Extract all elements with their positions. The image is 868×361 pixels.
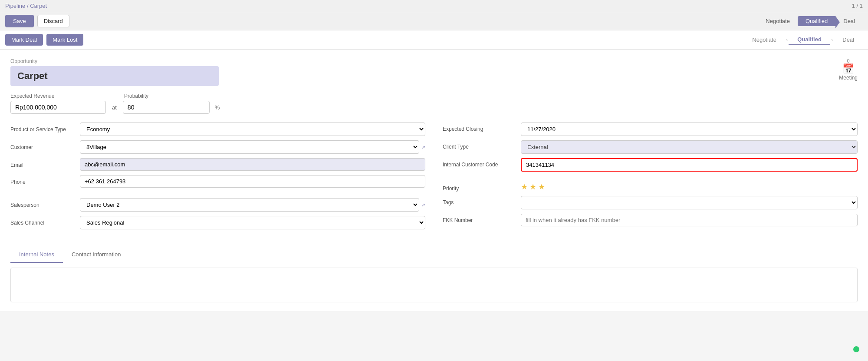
meeting-label: Meeting (839, 75, 858, 81)
opportunity-label: Opportunity (10, 58, 219, 64)
fkk-number-row: FKK Number (443, 214, 858, 226)
pipeline-status: NegotiateQualifiedDeal (758, 16, 863, 26)
sales-channel-row: Sales Channel Sales Regional (10, 216, 425, 229)
sales-channel-field: Sales Regional (80, 216, 425, 229)
internal-customer-code-field (521, 158, 858, 172)
form-section: Product or Service Type Economy Customer… (10, 123, 858, 234)
salesperson-select[interactable]: Demo User 2 (80, 198, 419, 212)
tags-select[interactable] (521, 196, 858, 209)
left-section: Product or Service Type Economy Customer… (10, 123, 425, 234)
star-3[interactable]: ★ (538, 182, 545, 192)
email-label: Email (10, 158, 80, 169)
breadcrumb-current: Carpet (30, 3, 47, 9)
client-type-field: External (521, 140, 858, 154)
action-buttons-left: Save Discard (5, 15, 69, 27)
mark-buttons: Mark Deal Mark Lost (5, 34, 83, 46)
stage-negotiate[interactable]: Negotiate (743, 35, 785, 45)
pipeline-stage-qualified[interactable]: Qualified (798, 16, 835, 26)
tags-row: Tags (443, 196, 858, 209)
sales-channel-label: Sales Channel (10, 216, 80, 227)
salesperson-row: Salesperson Demo User 2 ↗ (10, 198, 425, 212)
star-1[interactable]: ★ (521, 182, 528, 192)
product-service-label: Product or Service Type (10, 123, 80, 133)
client-type-select[interactable]: External (521, 140, 858, 154)
right-section: Expected Closing 11/27/2020 Client Type … (443, 123, 858, 234)
tab-contact-information[interactable]: Contact Information (63, 247, 129, 263)
priority-label: Priority (443, 182, 521, 192)
opportunity-title[interactable]: Carpet (10, 66, 219, 86)
notes-area[interactable] (10, 268, 858, 302)
pipeline-stage-negotiate[interactable]: Negotiate (758, 16, 798, 26)
expected-closing-row: Expected Closing 11/27/2020 (443, 123, 858, 136)
priority-stars[interactable]: ★ ★ ★ (521, 182, 858, 192)
save-button[interactable]: Save (5, 15, 34, 27)
pipeline-stages: Negotiate›Qualified›Deal (743, 34, 863, 45)
tags-label: Tags (443, 196, 521, 205)
priority-row: Priority ★ ★ ★ (443, 182, 858, 192)
revenue-section: Expected Revenue Probability at % (10, 93, 858, 114)
email-input[interactable] (80, 158, 425, 171)
opportunity-section: Opportunity Carpet (10, 58, 219, 93)
breadcrumb-parent[interactable]: Pipeline (5, 3, 25, 9)
stage-arrow: › (786, 36, 788, 43)
customer-field: 8Village ↗ (80, 140, 425, 154)
meeting-button[interactable]: 0 📅 Meeting (839, 58, 858, 81)
phone-input[interactable] (80, 175, 425, 188)
customer-select[interactable]: 8Village (80, 140, 419, 154)
meeting-count: 0 (847, 58, 850, 63)
expected-closing-label: Expected Closing (443, 123, 521, 132)
at-label: at (112, 104, 117, 111)
internal-customer-code-input[interactable] (521, 158, 858, 172)
client-type-label: Client Type (443, 140, 521, 150)
star-2[interactable]: ★ (529, 182, 536, 192)
calendar-icon: 📅 (842, 63, 854, 75)
breadcrumb: Pipeline / Carpet (5, 3, 47, 9)
revenue-row: at % (10, 101, 858, 114)
product-service-row: Product or Service Type Economy (10, 123, 425, 136)
sales-channel-select[interactable]: Sales Regional (80, 216, 425, 229)
stage-arrow: › (831, 36, 833, 43)
expected-closing-field: 11/27/2020 (521, 123, 858, 136)
customer-row: Customer 8Village ↗ (10, 140, 425, 154)
internal-customer-code-label: Internal Customer Code (443, 158, 521, 168)
email-row: Email (10, 158, 425, 171)
customer-external-link-icon[interactable]: ↗ (421, 144, 425, 150)
discard-button[interactable]: Discard (37, 15, 69, 27)
phone-row: Phone (10, 175, 425, 188)
mark-deal-button[interactable]: Mark Deal (5, 34, 43, 46)
client-type-row: Client Type External (443, 140, 858, 154)
phone-label: Phone (10, 175, 80, 186)
probability-label: Probability (124, 93, 148, 99)
revenue-input[interactable] (10, 101, 106, 114)
customer-label: Customer (10, 140, 80, 151)
expected-revenue-label: Expected Revenue (10, 93, 106, 99)
mark-lost-button[interactable]: Mark Lost (46, 34, 83, 46)
internal-customer-code-row: Internal Customer Code (443, 158, 858, 172)
tab-internal-notes[interactable]: Internal Notes (10, 247, 63, 263)
tags-field (521, 196, 858, 209)
header-area: Opportunity Carpet 0 📅 Meeting (10, 58, 858, 93)
product-service-select[interactable]: Economy (80, 123, 425, 136)
expected-closing-select[interactable]: 11/27/2020 (521, 123, 858, 136)
stage-qualified[interactable]: Qualified (789, 34, 830, 45)
salesperson-label: Salesperson (10, 198, 80, 209)
stage-deal[interactable]: Deal (834, 35, 863, 45)
mark-bar: Mark Deal Mark Lost Negotiate›Qualified›… (0, 30, 868, 50)
priority-field: ★ ★ ★ (521, 182, 858, 192)
salesperson-field: Demo User 2 ↗ (80, 198, 425, 212)
salesperson-external-link-icon[interactable]: ↗ (421, 202, 425, 208)
action-bar: Save Discard NegotiateQualifiedDeal (0, 12, 868, 30)
fkk-number-input[interactable] (521, 214, 858, 226)
phone-field-container (80, 175, 425, 188)
fkk-number-field (521, 214, 858, 226)
fkk-number-label: FKK Number (443, 214, 521, 223)
breadcrumb-separator: / (27, 3, 29, 9)
tabs-bar: Internal Notes Contact Information (10, 247, 858, 263)
revenue-labels: Expected Revenue Probability (10, 93, 858, 99)
email-field-container (80, 158, 425, 171)
main-content: Opportunity Carpet 0 📅 Meeting Expected … (0, 50, 868, 311)
page-number: 1 / 1 (852, 3, 863, 9)
probability-input[interactable] (123, 101, 210, 114)
product-service-field: Economy (80, 123, 425, 136)
top-bar: Pipeline / Carpet 1 / 1 (0, 0, 868, 12)
